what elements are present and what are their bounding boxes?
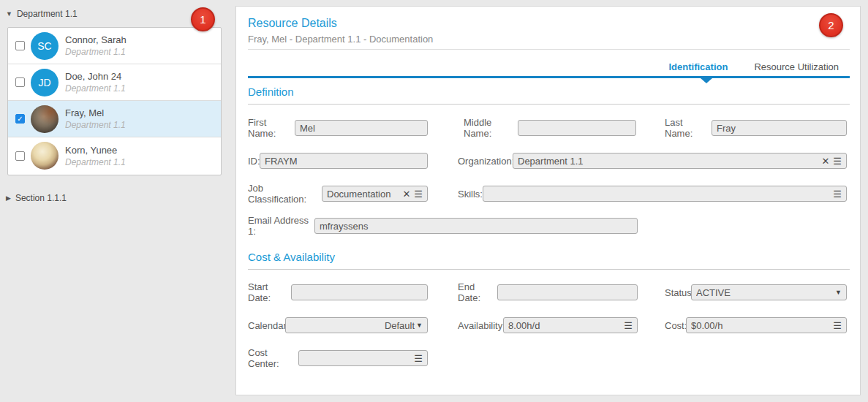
start-date-label: Start Date: [248,281,291,303]
organization-input[interactable] [518,153,818,168]
active-tab-caret [701,78,712,83]
middle-name-input[interactable] [523,121,631,135]
resource-department: Department 1.1 [65,47,127,57]
start-date-field [291,284,428,300]
id-label: ID: [248,156,260,167]
end-date-input[interactable] [502,285,633,300]
last-name-input[interactable] [717,121,842,135]
tab-bar: Identification Resource Utilization [669,61,839,72]
resource-row-fray-selected[interactable]: ✓ Fray, Mel Department 1.1 [8,101,221,137]
menu-icon[interactable]: ☰ [414,354,423,363]
page-subtitle: Fray, Mel - Department 1.1 - Documentati… [248,34,433,45]
middle-name-field [518,120,636,136]
job-classification-input[interactable] [327,186,399,201]
checkbox-unchecked[interactable] [15,151,25,161]
calendar-input[interactable] [290,318,415,333]
skills-field: ☰ [483,186,847,202]
status-label: Status: [665,287,691,298]
job-classification-field: ✕ ☰ [322,186,428,202]
organization-field: ✕ ☰ [513,153,847,169]
checkbox-unchecked[interactable] [15,77,25,87]
first-name-label: First Name: [248,117,295,139]
organization-label: Organization: [458,156,513,167]
resource-name: Korn, Yunee [65,145,126,156]
end-date-field [497,284,638,300]
id-input[interactable] [265,153,423,168]
end-date-label: End Date: [458,281,497,303]
resource-department: Department 1.1 [65,157,126,167]
dropdown-icon[interactable]: ▼ [835,289,842,296]
tree-item-section[interactable]: ▶ Section 1.1.1 [6,193,67,203]
start-date-input[interactable] [296,285,423,300]
annotation-badge-1: 1 [191,7,215,31]
resource-list: SC Connor, Sarah Department 1.1 JD Doe, … [7,27,222,175]
page-title: Resource Details [248,17,337,30]
menu-icon[interactable]: ☰ [624,321,633,330]
availability-label: Availability: [458,320,503,331]
middle-name-label: Middle Name: [464,117,518,139]
resource-row-doe[interactable]: JD Doe, John 24 Department 1.1 [8,64,221,101]
resource-row-connor[interactable]: SC Connor, Sarah Department 1.1 [8,28,221,64]
cost-center-label: Cost Center: [248,347,298,369]
menu-icon[interactable]: ☰ [414,189,423,199]
cost-input[interactable] [691,318,829,333]
annotation-badge-2: 2 [819,13,843,37]
status-input[interactable] [696,285,831,300]
checkbox-unchecked[interactable] [15,41,25,50]
status-field[interactable]: ▼ [691,284,847,300]
resource-row-korn[interactable]: Korn, Yunee Department 1.1 [8,137,221,174]
cost-field: ☰ [686,317,847,333]
email-address-1-field [314,218,638,234]
section-heading-definition: Definition [248,86,850,105]
availability-field: ☰ [503,317,638,333]
tab-resource-utilization[interactable]: Resource Utilization [754,61,839,72]
tree-collapsed-icon[interactable]: ▶ [6,194,11,202]
clear-icon[interactable]: ✕ [821,156,829,166]
checkbox-checked[interactable]: ✓ [15,114,25,124]
calendar-field[interactable]: ▼ [285,317,428,333]
email-address-1-input[interactable] [320,219,633,233]
header-divider [248,49,850,50]
resource-name: Fray, Mel [65,107,126,118]
avatar-initials: SC [31,32,59,60]
tree-item-label: Department 1.1 [17,9,78,19]
first-name-field [295,120,428,136]
menu-icon[interactable]: ☰ [833,321,842,330]
resource-details-panel: Resource Details Fray, Mel - Department … [235,6,861,395]
avatar-popcorn-photo [31,142,59,170]
resource-name: Connor, Sarah [65,34,127,45]
tree-item-label: Section 1.1.1 [15,193,67,203]
skills-input[interactable] [488,186,829,201]
menu-icon[interactable]: ☰ [833,156,842,166]
tab-underline [248,76,850,78]
last-name-label: Last Name: [665,117,712,139]
tree-item-department[interactable]: ▼ Department 1.1 [6,9,78,19]
resource-name: Doe, John 24 [65,71,126,82]
resource-department: Department 1.1 [65,120,126,130]
job-classification-label: Job Classification: [248,183,322,205]
email-address-1-label: Email Address 1: [248,215,314,237]
availability-input[interactable] [508,318,620,333]
skills-label: Skills: [458,189,483,200]
cost-label: Cost: [665,320,686,331]
resource-department: Department 1.1 [65,83,126,94]
menu-icon[interactable]: ☰ [833,189,842,199]
tab-identification[interactable]: Identification [669,61,728,72]
tree-expanded-icon[interactable]: ▼ [6,10,12,18]
avatar-initials: JD [31,69,59,96]
section-heading-cost-availability: Cost & Availability [248,251,850,270]
cost-center-input[interactable] [303,351,410,365]
first-name-input[interactable] [300,121,423,135]
cost-center-field: ☰ [298,350,428,366]
dropdown-icon[interactable]: ▼ [416,322,423,329]
avatar-wolf-photo [31,105,59,133]
clear-icon[interactable]: ✕ [402,189,410,199]
calendar-label: Calendar: [248,320,285,331]
id-field [260,153,428,169]
last-name-field [712,120,847,136]
